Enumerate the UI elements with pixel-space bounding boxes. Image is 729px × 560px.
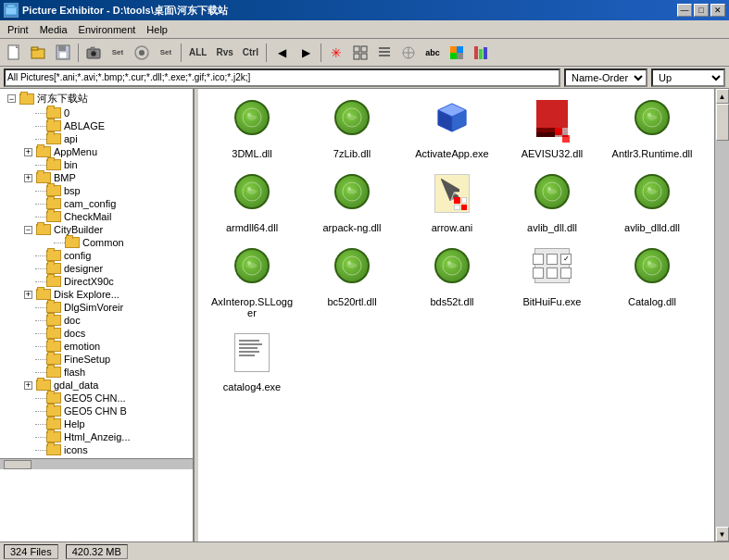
- expand-BMP[interactable]: +: [24, 174, 32, 182]
- tree-item-AppMenu[interactable]: + AppMenu: [4, 145, 189, 158]
- expand-gdal_data[interactable]: +: [24, 381, 32, 390]
- toolbar-ctrl[interactable]: Ctrl: [239, 47, 262, 57]
- file-count-label: 324 Files: [10, 546, 52, 557]
- tree-item-config[interactable]: config: [4, 249, 189, 262]
- menu-help[interactable]: Help: [141, 22, 173, 37]
- scroll-down-btn[interactable]: ▼: [716, 527, 729, 541]
- tree-item-flash[interactable]: flash: [4, 366, 189, 379]
- hscroll-thumb[interactable]: [4, 460, 31, 469]
- toolbar-camera[interactable]: [82, 42, 105, 64]
- tree-item-docs[interactable]: docs: [4, 327, 189, 340]
- toolbar-all[interactable]: ALL: [185, 47, 210, 57]
- file-item-avlib-dlld-dll[interactable]: avlib_dlld.dll: [606, 170, 698, 237]
- file-item-Antlr3-Runtime-dll[interactable]: Antlr3.Runtime.dll: [606, 96, 698, 163]
- toolbar-star[interactable]: ✳: [325, 42, 347, 64]
- direction-select[interactable]: Up: [651, 68, 725, 87]
- toolbar-save[interactable]: [52, 42, 74, 64]
- tree-item-DirectX90c[interactable]: DirectX90c: [4, 275, 189, 288]
- file-icon-wrapper: [530, 174, 574, 218]
- expand-AppMenu[interactable]: +: [24, 148, 32, 156]
- maximize-button[interactable]: □: [694, 4, 709, 17]
- tree-item-emotion[interactable]: emotion: [4, 340, 189, 353]
- tree-item-bin[interactable]: bin: [4, 158, 189, 171]
- tree-item-api[interactable]: api: [4, 132, 189, 145]
- toolbar-abc[interactable]: abc: [421, 42, 444, 64]
- toolbar-grid[interactable]: [349, 42, 371, 64]
- sort-select[interactable]: Name-Order: [564, 68, 647, 87]
- toolbar-list[interactable]: [373, 42, 396, 64]
- file-item-Catalog-dll[interactable]: Catalog.dll: [606, 244, 698, 322]
- tree-item-DlgSimVoreir[interactable]: DlgSimVoreir: [4, 301, 189, 314]
- file-item-armdll64-dll[interactable]: armdll64.dll: [206, 170, 298, 237]
- file-item-BitHuiFu-exe[interactable]: ✓ BitHuiFu.exe: [506, 244, 598, 322]
- menu-print[interactable]: Print: [2, 22, 34, 37]
- scroll-thumb[interactable]: [716, 104, 729, 141]
- tree-hscroll[interactable]: [0, 458, 193, 469]
- toolbar-dpi[interactable]: [131, 42, 153, 64]
- file-icon-wrapper: [430, 174, 474, 218]
- tree-item-designer[interactable]: designer: [4, 262, 189, 275]
- file-item-arrow-ani[interactable]: arrow.ani: [406, 170, 498, 237]
- toolbar-new[interactable]: [4, 42, 26, 64]
- minimize-button[interactable]: —: [677, 4, 692, 17]
- tree-item-doc[interactable]: doc: [4, 314, 189, 327]
- toolbar-set1[interactable]: Set: [107, 42, 129, 64]
- tree-item-HtmlAnzeig[interactable]: Html_Anzeig...: [4, 430, 189, 443]
- expand-DiskExplorer[interactable]: +: [24, 291, 32, 299]
- file-size-status: 420.32 MB: [66, 544, 128, 559]
- file-item-3DML-dll[interactable]: 3DML.dll: [206, 96, 298, 163]
- tree-item-root[interactable]: − 河东下载站: [4, 91, 189, 106]
- vscroll[interactable]: ▲ ▼: [714, 89, 729, 541]
- toolbar-right[interactable]: ▶: [295, 42, 317, 64]
- toolbar-open[interactable]: [28, 42, 50, 64]
- scroll-up-btn[interactable]: ▲: [716, 89, 729, 104]
- toolbar-rvs[interactable]: Rvs: [212, 47, 236, 57]
- tree-item-DiskExplorer[interactable]: + Disk Explore...: [4, 288, 189, 301]
- file-item-7zLib-dll[interactable]: 7zLib.dll: [306, 96, 398, 163]
- filterbar: Name-Order Up: [0, 67, 729, 89]
- toolbar-magic[interactable]: [397, 42, 420, 64]
- expand-root[interactable]: −: [7, 94, 16, 103]
- scroll-track[interactable]: [715, 104, 729, 527]
- dll-icon: [334, 248, 370, 283]
- tree-label: bin: [64, 159, 78, 170]
- content-panel[interactable]: 3DML.dll 7zLib.dll ActivateApp.exe: [198, 89, 714, 541]
- toolbar-bars[interactable]: [470, 42, 492, 64]
- folder-icon: [36, 289, 51, 300]
- toolbar-left[interactable]: ◀: [270, 42, 293, 64]
- file-item-AxInterop-SLLogger[interactable]: AxInterop.SLLogger: [206, 244, 298, 322]
- tree-item-FineSetup[interactable]: FineSetup: [4, 353, 189, 366]
- menu-media[interactable]: Media: [34, 22, 73, 37]
- file-item-bds52t-dll[interactable]: bds52t.dll: [406, 244, 498, 322]
- file-icon-wrapper: [630, 248, 674, 292]
- close-button[interactable]: ✕: [710, 4, 725, 17]
- tree-item-0[interactable]: 0: [4, 106, 189, 119]
- tree-item-bsp[interactable]: bsp: [4, 184, 189, 197]
- file-item-bc520rtl-dll[interactable]: bc520rtl.dll: [306, 244, 398, 322]
- tree-item-BMP[interactable]: + BMP: [4, 171, 189, 184]
- tree-item-GEO5CHN[interactable]: GEO5 CHN...: [4, 392, 189, 404]
- expand-CityBuilder[interactable]: −: [24, 226, 32, 234]
- toolbar-set2[interactable]: Set: [155, 42, 177, 64]
- file-item-AEVISU32-dll[interactable]: AEVISU32.dll: [506, 96, 598, 163]
- tree-item-ABLAGE[interactable]: ABLAGE: [4, 119, 189, 132]
- tree-panel[interactable]: − 河东下载站 0 ABLAGE api: [0, 89, 195, 541]
- file-item-ActivateApp-exe[interactable]: ActivateApp.exe: [406, 96, 498, 163]
- folder-icon: [46, 367, 61, 378]
- dll-icon: [334, 174, 370, 209]
- filter-input[interactable]: [4, 68, 560, 87]
- toolbar-color[interactable]: [446, 42, 468, 64]
- menu-environment[interactable]: Environment: [73, 22, 142, 37]
- tree-item-Help[interactable]: Help: [4, 417, 189, 430]
- tree-item-CheckMail[interactable]: CheckMail: [4, 210, 189, 223]
- tree-item-Common[interactable]: Common: [4, 236, 189, 249]
- tree-item-icons[interactable]: icons: [4, 443, 189, 456]
- tree-item-CityBuilder[interactable]: − CityBuilder: [4, 223, 189, 236]
- tree-item-GEO5CHNB[interactable]: GEO5 CHN B: [4, 404, 189, 417]
- file-item-catalog4-exe[interactable]: catalog4.exe: [206, 330, 298, 396]
- svg-point-48: [647, 113, 651, 117]
- file-item-arpack-ng-dll[interactable]: arpack-ng.dll: [306, 170, 398, 237]
- tree-item-gdal_data[interactable]: + gdal_data: [4, 379, 189, 392]
- file-item-avlib-dll-dll[interactable]: avlib_dll.dll: [506, 170, 598, 237]
- tree-item-cam[interactable]: cam_config: [4, 197, 189, 210]
